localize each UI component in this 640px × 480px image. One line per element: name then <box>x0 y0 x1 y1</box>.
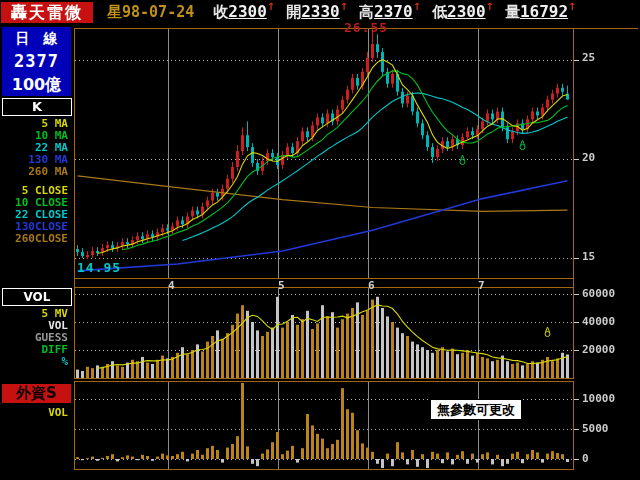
up-arrow-icon: ↑ <box>340 1 348 13</box>
quote-volume-value: 16792 <box>520 1 568 23</box>
period-label: 日 線 <box>2 27 71 50</box>
quote-close-label: 收 <box>213 1 228 23</box>
foreign-tick-10000: 10000 <box>582 393 615 404</box>
top-quote-bar: 轟天雷微 星98-07-24 收 2300 ↑ 開 2330 ↑ 高 2370 … <box>0 0 640 24</box>
legend-pct[interactable]: % <box>0 355 68 368</box>
k-chart-button[interactable]: K <box>2 98 72 116</box>
price-tick-20: 20 <box>582 152 595 163</box>
low-price-annotation: 14.95 <box>77 260 121 275</box>
up-arrow-icon: ↑ <box>486 1 494 13</box>
quote-volume-label: 量 <box>505 1 520 23</box>
high-price-annotation: 26.55 <box>344 20 388 35</box>
price-tick-25: 25 <box>582 52 595 63</box>
quote-open: 開 2330 ↑ <box>286 1 348 23</box>
stock-id: 2377 <box>2 50 71 73</box>
quote-close-value: 2300 <box>228 1 267 23</box>
price-tick-15: 15 <box>582 251 595 262</box>
foreign-tick-5000: 5000 <box>582 423 609 434</box>
message-tooltip: 無參數可更改 <box>430 399 522 420</box>
x-tick-may: 5 <box>278 279 285 292</box>
app-title[interactable]: 轟天雷微 <box>1 2 93 23</box>
quote-low-value: 2300 <box>447 1 486 23</box>
quote-low-label: 低 <box>432 1 447 23</box>
quote-open-value: 2330 <box>301 1 340 23</box>
up-arrow-icon: ↑ <box>568 1 576 13</box>
quote-open-label: 開 <box>286 1 301 23</box>
app-window: 轟天雷微 星98-07-24 收 2300 ↑ 開 2330 ↑ 高 2370 … <box>0 0 640 480</box>
volume-panel-button[interactable]: VOL <box>2 288 72 306</box>
vol-tick-60000: 60000 <box>582 288 615 299</box>
legend-ma260[interactable]: 260 MA <box>0 165 68 178</box>
trade-date: 星98-07-24 <box>107 3 194 22</box>
vol-tick-40000: 40000 <box>582 316 615 327</box>
x-tick-april: 4 <box>168 279 175 292</box>
foreign-investor-button[interactable]: 外資S <box>2 384 71 403</box>
vol-tick-20000: 20000 <box>582 344 615 355</box>
quote-close: 收 2300 ↑ <box>213 1 275 23</box>
up-arrow-icon: ↑ <box>413 1 421 13</box>
up-arrow-icon: ↑ <box>267 1 275 13</box>
stock-info-box[interactable]: 日 線 2377 100億 <box>2 27 71 96</box>
capital-label: 100億 <box>2 73 71 96</box>
legend-close260[interactable]: 260CLOSE <box>0 232 68 245</box>
chart-canvas[interactable] <box>0 0 640 480</box>
quote-volume: 量 16792 ↑ <box>505 1 577 23</box>
foreign-tick-0: 0 <box>582 453 589 464</box>
x-tick-july: 7 <box>478 279 485 292</box>
x-tick-june: 6 <box>368 279 375 292</box>
quote-low: 低 2300 ↑ <box>432 1 494 23</box>
legend-foreign-vol: VOL <box>0 406 68 419</box>
